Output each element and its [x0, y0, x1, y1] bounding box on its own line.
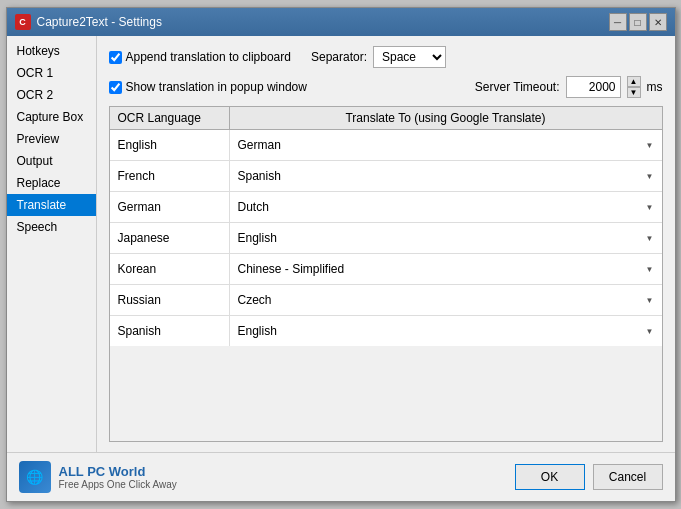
brand-icon: 🌐	[19, 461, 51, 493]
translate-select-wrapper: Dutch	[238, 196, 658, 218]
sidebar-item-replace[interactable]: Replace	[7, 172, 96, 194]
main-panel: Append translation to clipboard Separato…	[97, 36, 675, 452]
table-row: RussianCzech	[110, 285, 662, 316]
sidebar-item-translate[interactable]: Translate	[7, 194, 96, 216]
translate-select-wrapper: Spanish	[238, 165, 658, 187]
brand-tagline: Free Apps One Click Away	[59, 479, 177, 490]
table-row: KoreanChinese - Simplified	[110, 254, 662, 285]
sidebar: HotkeysOCR 1OCR 2Capture BoxPreviewOutpu…	[7, 36, 97, 452]
separator-label: Separator:	[311, 50, 367, 64]
translate-select-wrapper: English	[238, 320, 658, 342]
timeout-spinbox: ▲ ▼	[627, 76, 641, 98]
append-translation-input[interactable]	[109, 51, 122, 64]
sidebar-item-ocr2[interactable]: OCR 2	[7, 84, 96, 106]
bottom-buttons: OK Cancel	[515, 464, 663, 490]
brand-name: ALL PC World	[59, 464, 177, 479]
translate-to-cell: Dutch	[230, 192, 662, 222]
table-body: EnglishGermanFrenchSpanishGermanDutchJap…	[110, 130, 662, 346]
server-timeout-input[interactable]	[566, 76, 621, 98]
brand-text: ALL PC World Free Apps One Click Away	[59, 464, 177, 490]
translate-select[interactable]: English	[238, 227, 658, 249]
app-icon: C	[15, 14, 31, 30]
show-popup-input[interactable]	[109, 81, 122, 94]
sidebar-item-capture-box[interactable]: Capture Box	[7, 106, 96, 128]
brand-area: 🌐 ALL PC World Free Apps One Click Away	[19, 461, 177, 493]
server-timeout-label: Server Timeout:	[475, 80, 560, 94]
separator-select[interactable]: Space Tab None Newline	[373, 46, 446, 68]
append-translation-label: Append translation to clipboard	[126, 50, 291, 64]
translate-select-wrapper: Czech	[238, 289, 658, 311]
ocr-lang-cell: Korean	[110, 254, 230, 284]
maximize-button[interactable]: □	[629, 13, 647, 31]
cancel-button[interactable]: Cancel	[593, 464, 663, 490]
translate-select[interactable]: English	[238, 320, 658, 342]
table-row: EnglishGerman	[110, 130, 662, 161]
append-translation-checkbox[interactable]: Append translation to clipboard	[109, 50, 291, 64]
options-row-1: Append translation to clipboard Separato…	[109, 46, 663, 68]
table-row: SpanishEnglish	[110, 316, 662, 346]
window-title: Capture2Text - Settings	[37, 15, 162, 29]
translate-to-cell: Czech	[230, 285, 662, 315]
translate-to-cell: English	[230, 223, 662, 253]
sidebar-item-speech[interactable]: Speech	[7, 216, 96, 238]
translate-select[interactable]: Chinese - Simplified	[238, 258, 658, 280]
ocr-lang-cell: Japanese	[110, 223, 230, 253]
table-row: GermanDutch	[110, 192, 662, 223]
options-row-2: Show translation in popup window Server …	[109, 76, 663, 98]
separator-group: Separator: Space Tab None Newline	[311, 46, 446, 68]
minimize-button[interactable]: ─	[609, 13, 627, 31]
translate-select[interactable]: Czech	[238, 289, 658, 311]
ocr-lang-cell: Spanish	[110, 316, 230, 346]
title-bar-left: C Capture2Text - Settings	[15, 14, 162, 30]
translate-select-wrapper: English	[238, 227, 658, 249]
translate-to-cell: Spanish	[230, 161, 662, 191]
translate-select-wrapper: Chinese - Simplified	[238, 258, 658, 280]
timeout-group: Server Timeout: ▲ ▼ ms	[475, 76, 663, 98]
ocr-lang-cell: German	[110, 192, 230, 222]
sidebar-item-hotkeys[interactable]: Hotkeys	[7, 40, 96, 62]
content-area: HotkeysOCR 1OCR 2Capture BoxPreviewOutpu…	[7, 36, 675, 452]
close-button[interactable]: ✕	[649, 13, 667, 31]
translate-to-cell: English	[230, 316, 662, 346]
sidebar-item-ocr1[interactable]: OCR 1	[7, 62, 96, 84]
bottom-bar: 🌐 ALL PC World Free Apps One Click Away …	[7, 452, 675, 501]
table-row: FrenchSpanish	[110, 161, 662, 192]
translation-table: OCR Language Translate To (using Google …	[109, 106, 663, 442]
translate-select[interactable]: Spanish	[238, 165, 658, 187]
translate-select[interactable]: Dutch	[238, 196, 658, 218]
translate-select[interactable]: German	[238, 134, 658, 156]
settings-window: C Capture2Text - Settings ─ □ ✕ HotkeysO…	[6, 7, 676, 502]
title-bar: C Capture2Text - Settings ─ □ ✕	[7, 8, 675, 36]
ocr-lang-cell: Russian	[110, 285, 230, 315]
spin-up-button[interactable]: ▲	[627, 76, 641, 87]
header-translate-to: Translate To (using Google Translate)	[230, 107, 662, 129]
ocr-lang-cell: English	[110, 130, 230, 160]
sidebar-item-output[interactable]: Output	[7, 150, 96, 172]
translate-select-wrapper: German	[238, 134, 658, 156]
table-header: OCR Language Translate To (using Google …	[110, 107, 662, 130]
ocr-lang-cell: French	[110, 161, 230, 191]
translate-to-cell: Chinese - Simplified	[230, 254, 662, 284]
translate-to-cell: German	[230, 130, 662, 160]
sidebar-item-preview[interactable]: Preview	[7, 128, 96, 150]
show-popup-label: Show translation in popup window	[126, 80, 307, 94]
header-ocr-language: OCR Language	[110, 107, 230, 129]
show-popup-checkbox[interactable]: Show translation in popup window	[109, 80, 307, 94]
ok-button[interactable]: OK	[515, 464, 585, 490]
spin-down-button[interactable]: ▼	[627, 87, 641, 98]
title-buttons: ─ □ ✕	[609, 13, 667, 31]
timeout-unit: ms	[647, 80, 663, 94]
table-row: JapaneseEnglish	[110, 223, 662, 254]
